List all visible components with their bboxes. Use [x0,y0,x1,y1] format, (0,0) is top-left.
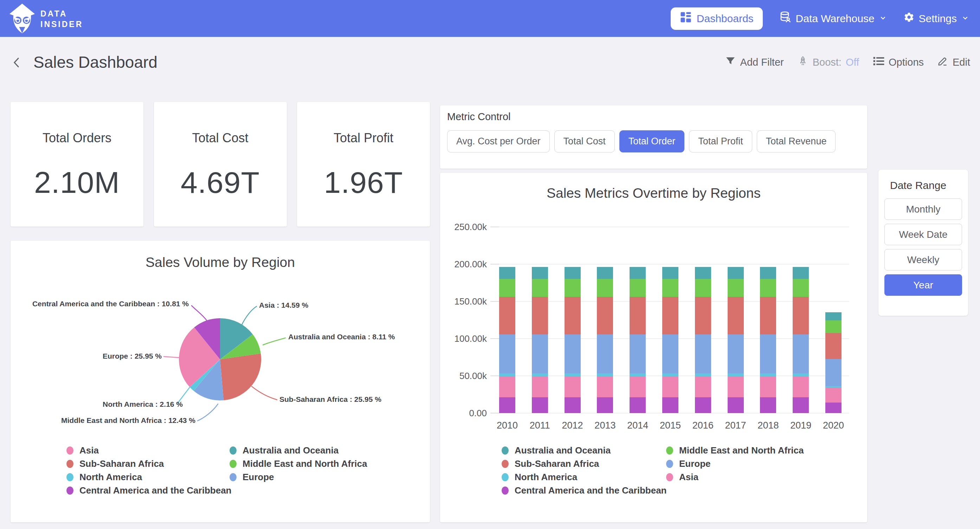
bar-segment [565,373,581,377]
bar-segment [499,376,515,397]
brand: DATA INSIDER [9,3,83,35]
metric-option-button[interactable]: Total Cost [554,130,615,153]
bar-segment [630,373,646,377]
y-axis-tick-label: 100.00k [454,334,487,344]
bar-segment [760,297,776,334]
bar-segment [565,334,581,373]
bar-segment [662,397,678,413]
metric-option-button[interactable]: Total Profit [689,130,752,153]
x-axis-tick-label: 2019 [790,420,811,431]
bar-segment [662,334,678,373]
bar-segment [825,333,842,359]
kpi-card: Total Cost4.69T [154,102,287,227]
y-axis-tick-label: 50.00k [460,370,487,381]
legend-label: Central America and the Caribbean [515,485,667,496]
metric-option-button[interactable]: Total Order [619,130,685,153]
bar-segment [760,376,776,397]
x-axis-tick-label: 2017 [725,420,746,431]
nav-item-settings[interactable]: Settings [904,11,969,25]
bar-segment [532,373,548,377]
y-axis-tick-label: 200.00k [454,259,487,269]
bar-segment [630,397,646,413]
legend-dot [666,446,673,454]
bar-segment [532,297,548,334]
legend-item: Europe [666,458,711,469]
date-range-option-button[interactable]: Weekly [885,249,962,270]
bar-segment [597,334,613,373]
legend-item: Middle East and North Africa [229,458,367,469]
pie-callout-line [192,306,207,320]
top-nav-bar: DATA INSIDER Dashboards [0,0,980,37]
pie-callout-label: Middle East and North Africa : 12.43 % [61,416,196,425]
bar-segment [825,388,842,402]
bar-segment [597,376,613,397]
back-button[interactable] [10,56,24,70]
bar-segment [728,397,744,413]
boost-value: Off [846,57,859,68]
bar-segment [760,279,776,297]
metric-control-panel: Metric Control Avg. Cost per OrderTotal … [440,105,867,168]
brand-line2: INSIDER [40,19,83,30]
legend-label: Middle East and North Africa [679,445,803,456]
kpi-card: Total Orders2.10M [11,102,143,227]
legend-dot [501,473,509,481]
legend-label: Sub-Saharan Africa [80,458,164,469]
legend-dot [501,446,509,454]
bar-segment [793,334,809,373]
legend-label: Asia [679,472,698,483]
bar-segment [499,334,515,373]
legend-label: Sub-Saharan Africa [515,458,599,469]
bar-segment [597,297,613,334]
y-axis-tick-label: 150.00k [454,296,487,307]
bar-segment [630,334,646,373]
legend-dot [67,473,73,481]
boost-toggle[interactable]: Boost: Off [797,56,859,69]
nav-menu: Dashboards Data Warehouse [671,0,969,37]
nav-item-data-warehouse[interactable]: Data Warehouse [779,11,887,26]
bar-segment [695,373,711,377]
options-button[interactable]: Options [872,55,924,70]
bar-segment [662,373,678,377]
legend-label: North America [515,472,577,483]
legend-dot [229,460,237,468]
edit-button[interactable]: Edit [937,56,970,69]
pie-callout-label: Sub-Saharan Africa : 25.95 % [280,395,381,404]
brand-line1: DATA [40,8,83,19]
legend-label: Australia and Oceania [243,445,339,456]
metric-control-title: Metric Control [447,111,511,122]
bar-segment [793,279,809,297]
date-range-option-button[interactable]: Monthly [885,199,962,220]
date-range-option-button[interactable]: Week Date [885,224,962,245]
bar-segment [793,397,809,413]
bar-segment [825,320,842,333]
bar-segment [499,279,515,297]
pie-callout-label: Central America and the Caribbean : 10.8… [32,300,189,308]
x-axis-tick-label: 2011 [530,420,550,431]
filter-funnel-icon [725,56,736,69]
bar-segment [662,297,678,334]
metric-option-button[interactable]: Avg. Cost per Order [447,130,550,153]
bar-segment [597,397,613,413]
metric-option-button[interactable]: Total Revenue [757,130,836,153]
bar-segment [662,267,678,279]
bar-segment [695,334,711,373]
nav-item-label: Settings [919,13,957,25]
x-axis-tick-label: 2020 [823,420,844,431]
kpi-value: 2.10M [11,165,143,200]
legend-dot [501,486,509,494]
bar-segment [695,397,711,413]
header-actions: Add Filter Boost: Off [725,37,970,88]
date-range-title: Date Range [890,180,946,191]
bar-segment [597,373,613,377]
legend-label: Asia [80,445,99,456]
add-filter-button[interactable]: Add Filter [725,56,784,69]
bar-segment [499,397,515,413]
nav-item-dashboards[interactable]: Dashboards [671,7,763,30]
legend-label: North America [80,472,142,483]
bar-segment [499,297,515,334]
pie-slice [220,353,261,400]
bar-segment [532,334,548,373]
date-range-option-button[interactable]: Year [885,274,962,296]
pie-chart-card: Sales Volume by Region Asia : 14.59 %Aus… [11,241,430,522]
bar-segment [565,267,581,279]
